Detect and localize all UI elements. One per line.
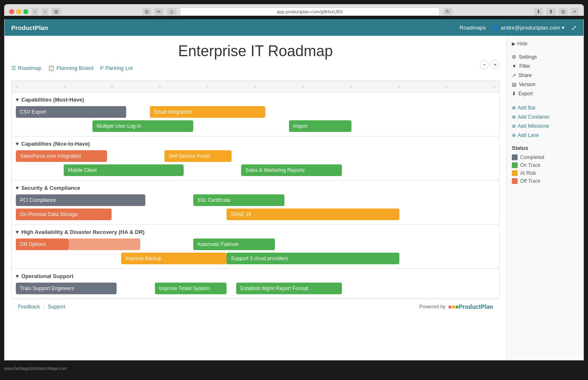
lane-row: DR Options Automatic Failover [16,238,495,250]
status-swatch-completed [512,154,518,160]
lane-title-text: High Availability & Disaster Recovery (H… [21,229,145,235]
bar-dr-options[interactable]: DR Options [16,238,69,250]
traffic-light-red[interactable] [9,9,14,14]
add-lane-button[interactable]: ⊕ Add Lane [512,131,578,140]
bar-csv-export[interactable]: CSV Export [16,106,126,118]
new-tab-button[interactable]: + [571,8,579,15]
feedback-link[interactable]: Feedback [18,304,40,310]
bar-ssl-certificate[interactable]: SSL Certificate [193,194,284,206]
bar-support-3-cloud[interactable]: Support 3 cloud providers [227,253,399,264]
status-label-on-track: On Track [520,162,541,168]
bar-email-integration[interactable]: Email Integration [150,106,265,118]
tab-parking-lot[interactable]: P Parking Lot [100,65,132,71]
warning-button[interactable]: ⚠ [167,8,177,15]
lane-row: On-Premise Data Storage SSAE 16 [16,209,495,220]
app-logo: ProductPlan [11,24,48,31]
add-lane-label: Add Lane [518,132,539,138]
traffic-light-yellow[interactable] [16,9,21,14]
lane-row: Multiple User Log-In Import [16,120,495,132]
address-bar[interactable]: app.productplan.com/g9HvxUE0 [180,7,439,16]
sidebar-item-share[interactable]: ↗ Share [512,71,578,80]
refresh-button[interactable]: ↻ [443,8,452,15]
bar-pci-compliance[interactable]: PCI Compliance [16,194,145,206]
status-item-off-track: Off Track [512,178,578,184]
bar-multiple-user-login[interactable]: Multiple User Log-In [92,120,193,132]
sidebar-export-label: Export [518,91,533,97]
bar-self-service-portal[interactable]: Self-Service Portal [164,150,232,162]
hide-button[interactable]: ▶ Hide [512,41,578,47]
lane-operational-support: ▾ Operational Support Train Support Engi… [12,269,499,298]
bar-salesforce[interactable]: SalesForce.com Integration [16,150,107,162]
tab-parking-label: Parking Lot [105,65,133,71]
hide-arrow-icon: ▶ [512,41,516,47]
lane-capabilities-nice-to-have: ▾ Capabilities (Nice-to-Have) SalesForce… [12,137,499,181]
forward-button[interactable]: › [42,8,48,15]
lane-row: Mobile Client Sales & Marketing Reports [16,164,495,176]
timeline-dot [493,86,495,87]
sidebar-item-settings[interactable]: ⚙ Settings [512,52,578,62]
tab-planning-label: Planning Board [56,65,93,71]
zoom-out-button[interactable]: − [480,60,489,69]
lane-title-text: Capabilities (Must-Have) [21,97,84,103]
sidebar-nav-section: ⚙ Settings ▼ Filter ↗ Share ▤ Version ⬇ [512,52,578,98]
roadmap-wrapper: ▾ Capabilities (Must-Have) CSV Export Em… [11,80,500,299]
bar-ssae16[interactable]: SSAE 16 [227,209,399,220]
split-view-button[interactable]: ⧉ [142,8,151,15]
settings-icon: ⚙ [512,54,516,60]
lane-title-text: Security & Compliance [21,185,80,191]
zoom-controls: − + [480,60,500,69]
sidebar-item-export[interactable]: ⬇ Export [512,89,578,98]
expand-icon[interactable]: ⤢ [571,24,577,32]
share-button[interactable]: ⬆ [546,8,556,15]
status-legend-title: Status [512,145,578,151]
add-bar-button[interactable]: ⊕ Add Bar [512,103,578,112]
roadmap-icon: ☰ [11,65,16,71]
zoom-in-button[interactable]: + [491,60,500,69]
tab-roadmap[interactable]: ☰ Roadmap [11,65,41,71]
bar-sales-marketing[interactable]: Sales & Marketing Reports [241,164,342,176]
add-milestone-icon: ⊕ [512,123,516,129]
bar-automatic-failover[interactable]: Automatic Failover [193,238,275,250]
bar-mobile-client[interactable]: Mobile Client [64,164,184,176]
lane-row: Improve Backup Support 3 cloud providers [16,253,495,264]
lane-collapse-arrow[interactable]: ▾ [16,97,19,103]
bar-import[interactable]: Import [289,120,351,132]
tab-roadmap-label: Roadmap [18,65,41,71]
sidebar-item-version[interactable]: ▤ Version [512,80,578,89]
bar-establish-mgmt[interactable]: Establish Mgmt Report Format [236,283,341,294]
fullscreen-button[interactable]: ⧉ [559,8,568,15]
add-milestone-button[interactable]: ⊕ Add Milestone [512,122,578,131]
sidebar-settings-label: Settings [519,54,537,60]
back-button[interactable]: ‹ [32,8,38,15]
lane-capabilities-must-have: ▾ Capabilities (Must-Have) CSV Export Em… [12,92,499,137]
status-swatch-on-track [512,162,518,168]
bar-on-premise[interactable]: On-Premise Data Storage [16,209,112,220]
user-icon: 👤 [492,25,499,31]
tab-planning-board[interactable]: 📋 Planning Board [48,65,93,71]
planning-icon: 📋 [48,65,55,71]
bar-improve-backup[interactable]: Improve Backup [121,253,227,264]
lane-collapse-arrow[interactable]: ▾ [16,273,19,279]
annotate-button[interactable]: ✏ [154,8,164,15]
tab-overview-button[interactable]: ⊞ [52,8,61,15]
sidebar-filter-label: Filter [519,63,531,69]
user-badge[interactable]: 👤 andre@productplan.com ▾ [492,25,565,31]
lane-collapse-arrow[interactable]: ▾ [16,185,19,191]
timeline-dot [350,86,352,87]
download-button[interactable]: ⬇ [534,8,543,15]
lane-collapse-arrow[interactable]: ▾ [16,141,19,147]
sidebar-item-filter[interactable]: ▼ Filter [512,62,578,71]
timeline-dot [254,86,256,87]
bar-dr-options-ext[interactable] [69,238,141,250]
bar-improve-ticket[interactable]: Improve Ticket System [155,283,227,294]
bar-train-support[interactable]: Train Support Engineers [16,283,117,294]
lane-collapse-arrow[interactable]: ▾ [16,229,19,235]
parking-icon: P [100,65,104,71]
add-container-button[interactable]: ⊕ Add Container [512,112,578,122]
roadmaps-link[interactable]: Roadmaps [460,25,486,31]
traffic-light-green[interactable] [23,9,28,14]
status-item-on-track: On Track [512,162,578,168]
timeline-dot [398,86,400,87]
support-link[interactable]: Support [48,304,65,310]
status-legend: Status Completed On Track At Risk Off Tr… [512,145,578,184]
